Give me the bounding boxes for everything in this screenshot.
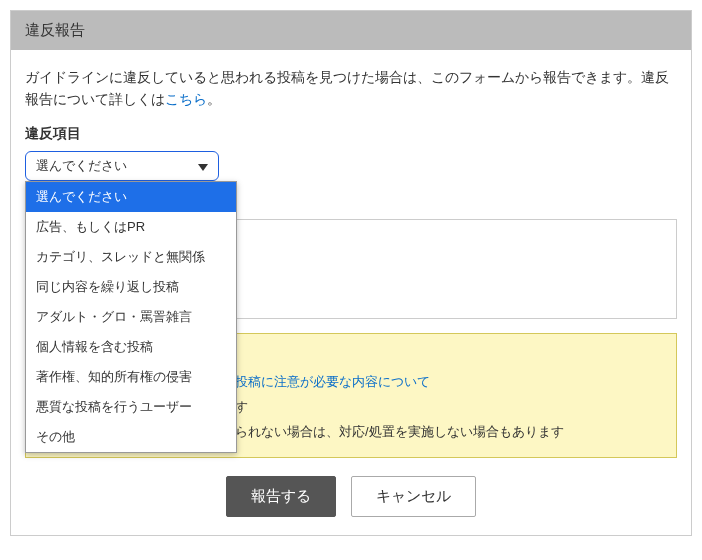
violation-option[interactable]: カテゴリ、スレッドと無関係 [26, 242, 236, 272]
violation-select[interactable]: 選んでください [25, 151, 219, 181]
intro-text: ガイドラインに違反していると思われる投稿を見つけた場合は、このフォームから報告で… [25, 66, 677, 111]
violation-dropdown: 選んでください 広告、もしくはPR カテゴリ、スレッドと無関係 同じ内容を繰り返… [25, 181, 237, 453]
dialog-header: 違反報告 [11, 11, 691, 50]
dialog-title: 違反報告 [25, 21, 85, 38]
violation-option[interactable]: 著作権、知的所有権の侵害 [26, 362, 236, 392]
violation-option[interactable]: 個人情報を含む投稿 [26, 332, 236, 362]
intro-before: ガイドラインに違反していると思われる投稿を見つけた場合は、このフォームから報告で… [25, 69, 669, 107]
report-dialog: 違反報告 ガイドラインに違反していると思われる投稿を見つけた場合は、このフォーム… [10, 10, 692, 536]
violation-option[interactable]: 同じ内容を繰り返し投稿 [26, 272, 236, 302]
cancel-button[interactable]: キャンセル [351, 476, 476, 517]
violation-option[interactable]: アダルト・グロ・罵詈雑言 [26, 302, 236, 332]
details-link[interactable]: こちら [165, 91, 207, 107]
dialog-body: ガイドラインに違反していると思われる投稿を見つけた場合は、このフォームから報告で… [11, 50, 691, 535]
violation-label: 違反項目 [25, 125, 677, 143]
violation-option[interactable]: 悪質な投稿を行うユーザー [26, 392, 236, 422]
violation-select-wrap: 選んでください 選んでください 広告、もしくはPR カテゴリ、スレッドと無関係 … [25, 151, 219, 181]
dialog-actions: 報告する キャンセル [25, 476, 677, 517]
violation-option[interactable]: その他 [26, 422, 236, 452]
intro-after: 。 [207, 91, 221, 107]
submit-button[interactable]: 報告する [226, 476, 336, 517]
violation-option[interactable]: 広告、もしくはPR [26, 212, 236, 242]
violation-option[interactable]: 選んでください [26, 182, 236, 212]
violation-selected-value: 選んでください [36, 158, 127, 173]
